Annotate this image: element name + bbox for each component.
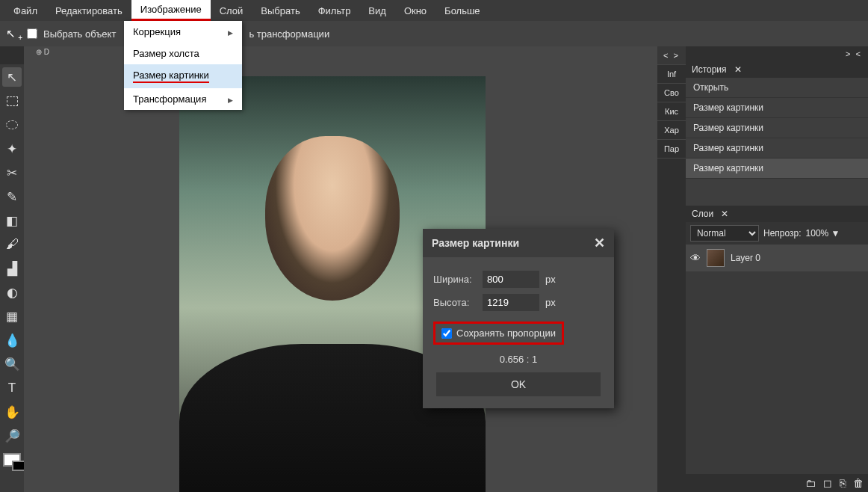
- blend-mode-select[interactable]: Normal: [690, 225, 759, 242]
- blur-tool[interactable]: 💧: [2, 330, 22, 350]
- aspect-ratio-text: 0.656 : 1: [433, 354, 604, 365]
- menu-image-size[interactable]: Размер картинки: [124, 64, 242, 88]
- side-tab-props[interactable]: Сво: [657, 84, 686, 102]
- menu-layer[interactable]: Слой: [211, 0, 252, 21]
- menu-select[interactable]: Выбрать: [252, 0, 309, 21]
- history-title[interactable]: История: [692, 64, 727, 75]
- width-label: Ширина:: [433, 274, 477, 285]
- menu-file[interactable]: Файл: [4, 0, 46, 21]
- width-input[interactable]: [483, 271, 539, 288]
- layer-name: Layer 0: [731, 253, 760, 263]
- dodge-tool[interactable]: 🔍: [2, 354, 22, 374]
- menu-transform[interactable]: Трансформация: [124, 88, 242, 110]
- stamp-tool[interactable]: ▟: [2, 259, 22, 278]
- panel-collapse-left[interactable]: < >: [657, 46, 686, 65]
- close-icon[interactable]: ✕: [721, 209, 728, 219]
- submenu-arrow-icon: [228, 93, 233, 105]
- crop-tool[interactable]: ✂: [2, 163, 22, 182]
- mask-icon[interactable]: ◻: [823, 477, 832, 489]
- close-icon[interactable]: ✕: [594, 235, 605, 251]
- panel-collapse-right[interactable]: > <: [846, 49, 862, 58]
- image-menu-dropdown: Коррекция Размер холста Размер картинки …: [124, 21, 242, 110]
- duplicate-icon[interactable]: ⎘: [840, 477, 846, 489]
- menu-window[interactable]: Окно: [395, 0, 435, 21]
- history-item[interactable]: Размер картинки: [686, 138, 868, 159]
- history-item[interactable]: Размер картинки: [686, 118, 868, 138]
- wand-tool[interactable]: ✦: [2, 139, 22, 159]
- visibility-icon[interactable]: 👁: [690, 252, 701, 264]
- side-tab-par[interactable]: Пар: [657, 140, 686, 159]
- menu-more[interactable]: Больше: [435, 0, 489, 21]
- side-tab-brush[interactable]: Кис: [657, 102, 686, 121]
- menu-correction[interactable]: Коррекция: [124, 21, 242, 43]
- layers-empty-area: [686, 271, 868, 474]
- keep-proportions-group: Сохранять пропорции: [433, 322, 564, 345]
- keep-proportions-label: Сохранять пропорции: [456, 328, 556, 339]
- folder-icon[interactable]: 🗀: [805, 477, 816, 489]
- lasso-tool[interactable]: [2, 115, 22, 135]
- image-size-dialog: Размер картинки ✕ Ширина: px Высота: px …: [423, 229, 614, 408]
- menubar: Файл Редактировать Изображение Слой Выбр…: [0, 0, 868, 21]
- trash-icon[interactable]: 🗑: [853, 477, 864, 489]
- dialog-title-text: Размер картинки: [432, 237, 519, 249]
- rect-select-tool[interactable]: [2, 91, 22, 111]
- right-panel: < > Inf Сво Кис Хар Пар > < История ✕ От…: [657, 46, 868, 492]
- history-item[interactable]: Размер картинки: [686, 159, 868, 179]
- dialog-titlebar[interactable]: Размер картинки ✕: [423, 229, 614, 257]
- opacity-value[interactable]: 100% ▼: [806, 228, 840, 239]
- side-tab-inf[interactable]: Inf: [657, 65, 686, 84]
- select-object-label: Выбрать объект: [43, 28, 116, 40]
- menu-canvas-size[interactable]: Размер холста: [124, 43, 242, 64]
- color-swatches[interactable]: [4, 455, 19, 465]
- history-item[interactable]: Открыть: [686, 78, 868, 98]
- eraser-tool[interactable]: ◐: [2, 283, 22, 302]
- brush-tool[interactable]: 🖌: [2, 235, 22, 254]
- ok-button[interactable]: OK: [436, 372, 601, 396]
- layers-footer: 🗀 ◻ ⎘ 🗑: [686, 474, 868, 492]
- close-icon[interactable]: ✕: [734, 64, 742, 75]
- submenu-arrow-icon: [228, 26, 233, 37]
- menu-image[interactable]: Изображение: [131, 0, 211, 21]
- cursor-icon: [6, 27, 21, 40]
- height-label: Высота:: [433, 297, 477, 308]
- gradient-tool[interactable]: ▦: [2, 307, 22, 326]
- history-list: Открыть Размер картинки Размер картинки …: [686, 78, 868, 206]
- transform-label-partial: ь трансформации: [249, 28, 329, 40]
- layer-row[interactable]: 👁 Layer 0: [686, 245, 868, 271]
- history-panel-header: История ✕: [686, 61, 868, 78]
- side-tab-char[interactable]: Хар: [657, 121, 686, 140]
- zoom-tool[interactable]: 🔎: [2, 426, 22, 446]
- history-item[interactable]: Размер картинки: [686, 98, 868, 118]
- panel-side-tabs: < > Inf Сво Кис Хар Пар: [657, 46, 686, 492]
- height-input[interactable]: [483, 294, 539, 311]
- panel-header-top: > <: [686, 46, 868, 61]
- text-tool[interactable]: T: [2, 378, 22, 398]
- keep-proportions-checkbox[interactable]: [441, 328, 452, 339]
- layers-title[interactable]: Слои: [692, 209, 713, 219]
- menu-view[interactable]: Вид: [359, 0, 395, 21]
- menu-edit[interactable]: Редактировать: [46, 0, 131, 21]
- hand-tool[interactable]: ✋: [2, 402, 22, 422]
- width-unit: px: [545, 274, 568, 285]
- opacity-label: Непрозр:: [763, 228, 802, 239]
- layers-controls: Normal Непрозр: 100% ▼: [686, 222, 868, 245]
- layer-thumbnail: [707, 249, 725, 267]
- menu-filter[interactable]: Фильтр: [309, 0, 360, 21]
- move-tool[interactable]: ↖: [2, 67, 22, 87]
- select-object-checkbox[interactable]: [27, 28, 37, 39]
- eyedropper-tool[interactable]: ✎: [2, 187, 22, 206]
- toolbox: ↖ ✦ ✂ ✎ ◧ 🖌 ▟ ◐ ▦ 💧 🔍 T ✋ 🔎: [0, 64, 24, 492]
- heal-tool[interactable]: ◧: [2, 211, 22, 230]
- layers-panel-header: Слои ✕: [686, 206, 868, 222]
- height-unit: px: [545, 297, 568, 308]
